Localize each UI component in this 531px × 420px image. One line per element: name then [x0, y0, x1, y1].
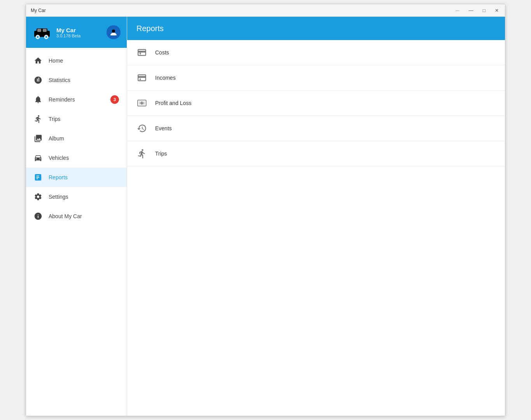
sidebar-item-home[interactable]: Home: [26, 51, 127, 70]
sidebar-item-vehicles-label: Vehicles: [49, 155, 69, 161]
app-name: My Car: [56, 27, 80, 33]
profit-loss-icon: [136, 98, 147, 108]
list-item-events[interactable]: Events: [127, 116, 505, 141]
sidebar-item-statistics-label: Statistics: [49, 77, 70, 83]
sidebar-item-trips[interactable]: Trips: [26, 109, 127, 129]
svg-rect-6: [37, 29, 41, 32]
title-bar-controls: ··· — □ ✕: [454, 7, 500, 14]
album-icon: [34, 134, 42, 143]
content-list: Costs Incomes: [127, 40, 505, 416]
title-bar: My Car ··· — □ ✕: [26, 4, 505, 17]
svg-point-4: [37, 36, 39, 38]
sidebar-item-settings[interactable]: Settings: [26, 187, 127, 206]
app-window: My Car ··· — □ ✕: [26, 4, 505, 416]
close-button[interactable]: ✕: [493, 7, 500, 14]
sidebar-item-reminders-label: Reminders: [49, 96, 75, 103]
reminders-badge: 3: [110, 95, 119, 104]
sidebar-item-album[interactable]: Album: [26, 129, 127, 148]
sidebar-item-settings-label: Settings: [49, 194, 68, 200]
list-item-costs[interactable]: Costs: [127, 40, 505, 65]
list-item-profit-loss-label: Profit and Loss: [155, 100, 191, 106]
content-area: Reports Costs: [127, 17, 505, 416]
trips-nav-icon: [34, 115, 42, 123]
car-icon: [32, 24, 52, 40]
bell-icon: [34, 95, 42, 104]
svg-point-8: [112, 30, 115, 33]
content-header: Reports: [127, 17, 505, 40]
title-bar-title: My Car: [31, 8, 46, 13]
list-item-costs-label: Costs: [155, 49, 169, 56]
sidebar-item-reports[interactable]: Reports: [26, 168, 127, 187]
car-svg: [33, 25, 51, 39]
sidebar-item-statistics[interactable]: Statistics: [26, 70, 127, 90]
sidebar-nav: Home Statistics: [26, 48, 127, 416]
settings-icon: [34, 192, 42, 201]
list-item-trips[interactable]: Trips: [127, 141, 505, 166]
sidebar-item-album-label: Album: [49, 135, 64, 142]
events-icon: [136, 123, 147, 134]
sidebar-item-home-label: Home: [49, 58, 63, 64]
reports-icon: [34, 173, 42, 182]
trips-icon: [136, 148, 147, 159]
user-avatar[interactable]: [107, 25, 121, 39]
list-item-trips-label: Trips: [155, 150, 167, 157]
sidebar-item-about-label: About My Car: [49, 213, 82, 219]
list-item-incomes-label: Incomes: [155, 75, 176, 81]
user-icon: [110, 28, 117, 36]
main-container: My Car 3.0.178 Beta: [26, 17, 505, 416]
sidebar-header-left: My Car 3.0.178 Beta: [32, 24, 80, 40]
info-icon: [34, 212, 42, 220]
more-button[interactable]: ···: [454, 7, 461, 14]
list-item-events-label: Events: [155, 125, 172, 131]
home-icon: [34, 56, 42, 65]
vehicles-icon: [34, 154, 42, 162]
sidebar-item-reminders[interactable]: Reminders 3: [26, 90, 127, 109]
app-info: My Car 3.0.178 Beta: [56, 27, 80, 38]
list-item-profit-loss[interactable]: Profit and Loss: [127, 91, 505, 116]
sidebar-item-about[interactable]: About My Car: [26, 206, 127, 226]
maximize-button[interactable]: □: [481, 7, 487, 14]
app-version: 3.0.178 Beta: [56, 33, 80, 38]
sidebar-item-trips-label: Trips: [49, 116, 61, 122]
sidebar-item-reports-label: Reports: [49, 174, 68, 180]
minimize-button[interactable]: —: [467, 7, 475, 14]
sidebar-header: My Car 3.0.178 Beta: [26, 17, 127, 48]
sidebar-item-vehicles[interactable]: Vehicles: [26, 148, 127, 168]
incomes-icon: [136, 72, 147, 83]
sidebar: My Car 3.0.178 Beta: [26, 17, 127, 416]
costs-icon: [136, 47, 147, 58]
content-title: Reports: [136, 24, 164, 33]
svg-rect-7: [43, 29, 47, 32]
list-item-incomes[interactable]: Incomes: [127, 65, 505, 91]
svg-point-5: [45, 36, 47, 38]
statistics-icon: [34, 76, 42, 84]
